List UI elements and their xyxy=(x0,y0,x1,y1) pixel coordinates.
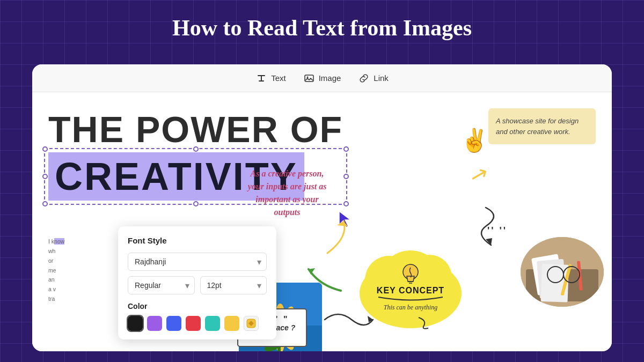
quote-text: As a creative person, your inputs are ju… xyxy=(241,167,333,219)
svg-rect-2 xyxy=(259,80,264,82)
toolbar-item-text[interactable]: Text xyxy=(255,72,286,84)
svg-text:This can be anything: This can be anything xyxy=(384,304,437,311)
sticky-note: A showcase site for design and other cre… xyxy=(488,108,596,144)
toolbar-item-link[interactable]: Link xyxy=(358,72,389,84)
yellow-arrow-right xyxy=(322,216,354,261)
font-size-select[interactable]: 12pt 14pt 16pt xyxy=(200,276,267,294)
toolbar-image-label: Image xyxy=(319,73,341,83)
sticky-note-text: A showcase site for design and other cre… xyxy=(496,117,579,136)
color-swatch-purple[interactable] xyxy=(147,316,162,331)
text-icon xyxy=(255,72,267,84)
toolbar-link-label: Link xyxy=(374,73,389,83)
toolbar: Text Image Link xyxy=(32,64,612,92)
handle-rm[interactable] xyxy=(343,174,349,179)
color-swatch-teal[interactable] xyxy=(205,316,220,331)
font-size-select-wrapper[interactable]: 12pt 14pt 16pt xyxy=(200,276,267,294)
peace-emoji: ✌️ xyxy=(460,127,488,153)
font-weight-select-wrapper[interactable]: Regular Bold Italic xyxy=(128,276,195,294)
handle-tr[interactable] xyxy=(343,146,349,152)
weight-size-row: Regular Bold Italic 12pt 14pt 16pt xyxy=(128,276,267,294)
canvas-content: THE POWER OF CREATIVITY xyxy=(32,92,612,351)
link-icon xyxy=(358,72,370,84)
green-arrow xyxy=(303,264,346,298)
svg-rect-3 xyxy=(305,75,313,82)
handle-lm[interactable] xyxy=(42,174,48,179)
font-weight-select[interactable]: Regular Bold Italic xyxy=(128,276,195,294)
font-family-row: Rajdhanji Arial Georgia xyxy=(128,253,267,271)
font-panel-title: Font Style xyxy=(128,236,267,245)
font-family-select[interactable]: Rajdhanji Arial Georgia xyxy=(128,253,267,271)
arrow-emoji-to-sticky: ↗ xyxy=(467,160,492,188)
handle-br[interactable] xyxy=(343,201,349,206)
deco-marks-right: '' '' xyxy=(487,225,507,237)
handle-tl[interactable] xyxy=(42,146,48,152)
color-section-title: Color xyxy=(128,302,267,311)
toolbar-item-image[interactable]: Image xyxy=(303,72,341,84)
canvas-area: Text Image Link xyxy=(32,64,612,351)
color-swatch-more[interactable] xyxy=(244,316,259,331)
color-swatches xyxy=(128,316,267,331)
svg-text:KEY CONCEPT: KEY CONCEPT xyxy=(377,286,444,295)
heading-line1: THE POWER OF xyxy=(48,108,343,150)
page-title: How to Read Text from Images xyxy=(0,15,644,41)
toolbar-text-label: Text xyxy=(271,73,286,83)
color-swatch-blue[interactable] xyxy=(166,316,181,331)
color-swatch-yellow[interactable] xyxy=(224,316,239,331)
photo-collage xyxy=(521,237,604,307)
image-icon xyxy=(303,72,315,84)
handle-bm[interactable] xyxy=(193,201,199,206)
left-body-text: I know wh or me an a v tra xyxy=(48,237,118,304)
color-swatch-black[interactable] xyxy=(128,316,143,331)
bottom-arrows xyxy=(322,306,376,335)
font-style-panel: Font Style Rajdhanji Arial Georgia Regul… xyxy=(118,226,276,339)
font-family-select-wrapper[interactable]: Rajdhanji Arial Georgia xyxy=(128,253,267,271)
svg-marker-41 xyxy=(337,221,348,226)
handle-bl[interactable] xyxy=(42,201,48,206)
color-swatch-red[interactable] xyxy=(186,316,201,331)
